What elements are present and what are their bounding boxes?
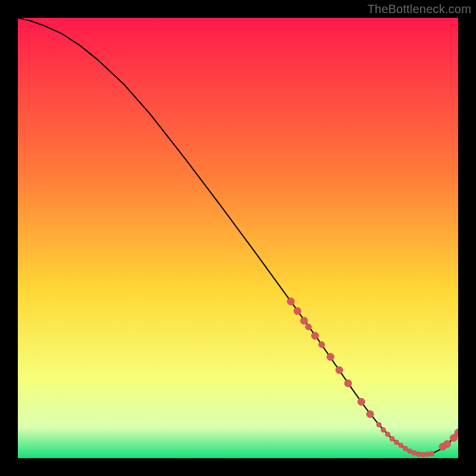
curve-marker <box>377 422 381 427</box>
curve-marker <box>386 432 390 437</box>
curve-marker <box>319 342 325 347</box>
curve-marker <box>312 332 319 339</box>
curve-marker <box>421 452 425 457</box>
curve-marker <box>327 353 334 361</box>
watermark-text: TheBottleneck.com <box>367 2 471 16</box>
curve-marker <box>394 440 399 444</box>
curve-marker <box>336 367 343 374</box>
curve-marker <box>408 449 412 453</box>
curve-marker <box>412 450 416 455</box>
curve-marker <box>444 440 451 447</box>
chart-plot-area <box>18 18 458 458</box>
gradient-background <box>18 18 458 458</box>
curve-marker <box>430 452 434 456</box>
curve-marker <box>367 411 374 418</box>
curve-marker <box>294 308 301 315</box>
curve-marker <box>345 380 352 387</box>
curve-marker <box>358 398 365 405</box>
curve-marker <box>399 443 403 448</box>
curve-marker <box>425 452 430 456</box>
curve-marker <box>287 298 295 305</box>
curve-marker <box>305 324 311 330</box>
curve-marker <box>300 317 308 324</box>
chart-svg <box>18 18 458 458</box>
chart-stage: TheBottleneck.com <box>0 0 476 476</box>
curve-marker <box>416 452 421 456</box>
curve-marker <box>403 446 408 451</box>
curve-marker <box>390 436 394 441</box>
curve-marker <box>381 428 386 433</box>
